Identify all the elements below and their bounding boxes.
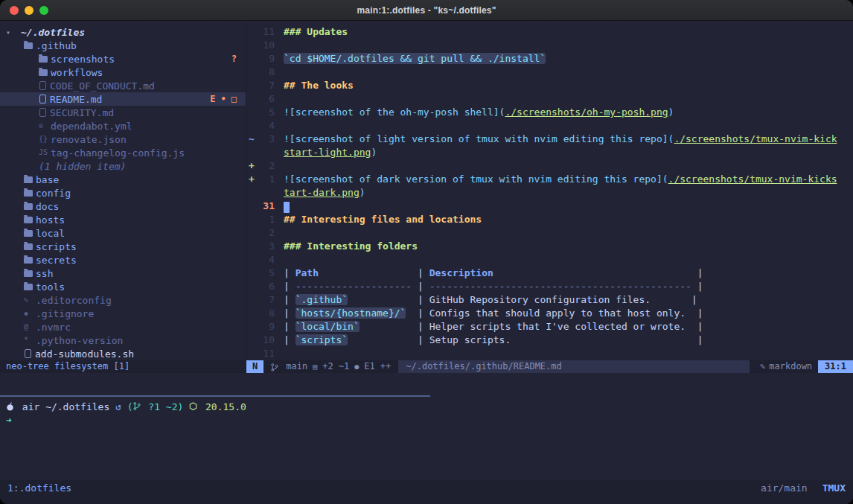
editor-line[interactable]: 7## The looks [246, 79, 853, 92]
tree-item-config[interactable]: config [0, 186, 246, 200]
shell-pane[interactable]: air ~/.dotfiles ↺ ( ?1 ~2) 20.15.0 ➜ [0, 397, 853, 477]
tree-item-workflows[interactable]: workflows [0, 66, 246, 79]
filetype-label: markdown [769, 360, 812, 373]
tree-item-scripts[interactable]: scripts [0, 240, 246, 253]
editor-line[interactable]: 5| Path | Description | [246, 267, 853, 280]
line-number: 11 [258, 347, 275, 360]
tree-item-security-md[interactable]: SECURITY.md [0, 106, 246, 119]
tree-item-tag-changelog-config-js[interactable]: JStag-changelog-config.js [0, 146, 246, 159]
gitsign-column [246, 307, 258, 320]
line-number: 4 [258, 119, 275, 133]
prompt-symbol[interactable]: ➜ [6, 414, 12, 427]
tree-item-secrets[interactable]: secrets [0, 253, 246, 267]
editor-line[interactable]: 8| `hosts/{hostname}/` | Configs that sh… [246, 307, 853, 320]
tmux-session-info: air/main [761, 482, 808, 504]
neotree-panel[interactable]: ▾~/.dotfiles.githubscreenshots?workflows… [0, 21, 246, 360]
tree-item-1-hidden-item[interactable]: (1 hidden item) [0, 159, 246, 173]
minimize-button[interactable] [25, 6, 33, 15]
editor-line[interactable]: 10| `scripts` | Setup scripts. | [246, 334, 853, 347]
line-text: start-light.png) [284, 146, 853, 159]
editor-line[interactable]: 11### Updates [246, 25, 853, 39]
gitsign-column [246, 25, 258, 39]
editor-line[interactable]: +1![screenshot of dark version of tmux w… [246, 173, 853, 186]
editor-line[interactable]: 6| -------------------- | --------------… [246, 280, 853, 293]
tree-item-gitignore[interactable]: ◆.gitignore [0, 307, 246, 320]
tree-item-label: ssh [36, 268, 53, 279]
markdown-file-icon [39, 108, 46, 117]
nvim-region: ▾~/.dotfiles.githubscreenshots?workflows… [0, 21, 853, 373]
tree-item-python-version[interactable]: *.python-version [0, 334, 246, 347]
editor-line[interactable]: 4 [246, 253, 853, 267]
line-text: | `scripts` | Setup scripts. | [284, 334, 853, 347]
editor-line[interactable]: tart-dark.png) [246, 186, 853, 200]
tree-item-add-submodules-sh[interactable]: add-submodules.sh [0, 347, 246, 360]
terminal-window: main:1:.dotfiles - "ks~/.dotfiles" ▾~/.d… [0, 0, 853, 504]
editor-line[interactable]: 7| `.github` | GitHub Repository configu… [246, 293, 853, 307]
mode-indicator: N [246, 360, 263, 373]
line-number: 2 [258, 226, 275, 240]
tree-item-docs[interactable]: docs [0, 200, 246, 213]
diagnostics-count: E1 [364, 360, 374, 373]
tree-item-tools[interactable]: tools [0, 280, 246, 293]
cursor-position: 31:1 [818, 360, 853, 373]
editor-line[interactable]: 6 [246, 92, 853, 106]
zoom-button[interactable] [39, 6, 48, 15]
editor-line[interactable]: 31 [246, 200, 853, 213]
node-icon [189, 402, 197, 411]
titlebar[interactable]: main:1:.dotfiles - "ks~/.dotfiles" [0, 0, 853, 21]
line-number: 9 [258, 52, 275, 66]
gitsign-column [246, 52, 258, 66]
diff-icon: ▤ [313, 360, 317, 373]
line-text [284, 66, 853, 79]
tree-item-screenshots[interactable]: screenshots? [0, 52, 246, 66]
editor-line[interactable]: 10 [246, 39, 853, 52]
diagnostics-icon: ● [354, 360, 359, 373]
pencil-icon: ✎ [760, 360, 765, 373]
editor-line[interactable]: start-light.png) [246, 146, 853, 159]
line-text [284, 92, 853, 106]
editor-line[interactable]: ~3![screenshot of light version of tmux … [246, 133, 853, 146]
tree-item-editorconfig[interactable]: ✎.editorconfig [0, 293, 246, 307]
editor-line[interactable]: 9| `local/bin` | Helper scripts that I'v… [246, 320, 853, 334]
editor-line[interactable]: +2 [246, 159, 853, 173]
file-icon: * [24, 334, 36, 347]
editor-line[interactable]: 4 [246, 119, 853, 133]
editor-line[interactable]: 1## Interesting files and locations [246, 213, 853, 226]
git-status-segment: main ▤ +2 ~1 ● E1 ++ [263, 360, 398, 373]
line-number: 2 [258, 159, 275, 173]
tree-item-renovate-json[interactable]: {}renovate.json [0, 133, 246, 146]
editor-line[interactable]: 2 [246, 226, 853, 240]
tree-item-label: add-submodules.sh [35, 348, 134, 360]
tmux-window-label[interactable]: 1:.dotfiles [7, 482, 71, 504]
expander-icon[interactable]: ▾ [6, 28, 21, 36]
tree-item-ssh[interactable]: ssh [0, 267, 246, 280]
tree-item-base[interactable]: base [0, 173, 246, 186]
tree-item-label: README.md [50, 94, 102, 105]
line-number: 7 [258, 293, 275, 307]
filetype-segment: ✎ markdown [754, 360, 818, 373]
editor-line[interactable]: 11 [246, 347, 853, 360]
gitsign-column [246, 267, 258, 280]
editor-line[interactable]: 5![screenshot of the oh-my-posh shell](.… [246, 106, 853, 119]
line-text: | `local/bin` | Helper scripts that I've… [284, 320, 853, 334]
tree-item-local[interactable]: local [0, 226, 246, 240]
status-extra: ++ [380, 360, 391, 373]
editor-line[interactable]: 3### Interesting folders [246, 240, 853, 253]
editor-buffer[interactable]: 11### Updates 10 9`cd $HOME/.dotfiles &&… [246, 21, 853, 360]
folder-icon [24, 176, 33, 183]
tree-item-label: local [36, 228, 65, 239]
editor-line[interactable]: 9`cd $HOME/.dotfiles && git pull && ./in… [246, 52, 853, 66]
tree-item-dotfiles[interactable]: ▾~/.dotfiles [0, 25, 246, 39]
editor-line[interactable]: 8 [246, 66, 853, 79]
diagnostic-error-badge: E [210, 94, 215, 104]
tree-item-readme-md[interactable]: README.mdE•□ [0, 92, 246, 106]
tree-item-hosts[interactable]: hosts [0, 213, 246, 226]
line-text [284, 119, 853, 133]
close-button[interactable] [10, 6, 19, 15]
tree-item-label: scripts [36, 241, 77, 252]
tree-item-dependabot-yml[interactable]: ⊙dependabot.yml [0, 119, 246, 133]
tree-item-nvmrc[interactable]: @.nvmrc [0, 320, 246, 334]
tree-item-code-of-conduct-md[interactable]: CODE_OF_CONDUCT.md [0, 79, 246, 92]
line-text: | Path | Description | [284, 267, 853, 280]
tree-item-github[interactable]: .github [0, 39, 246, 52]
